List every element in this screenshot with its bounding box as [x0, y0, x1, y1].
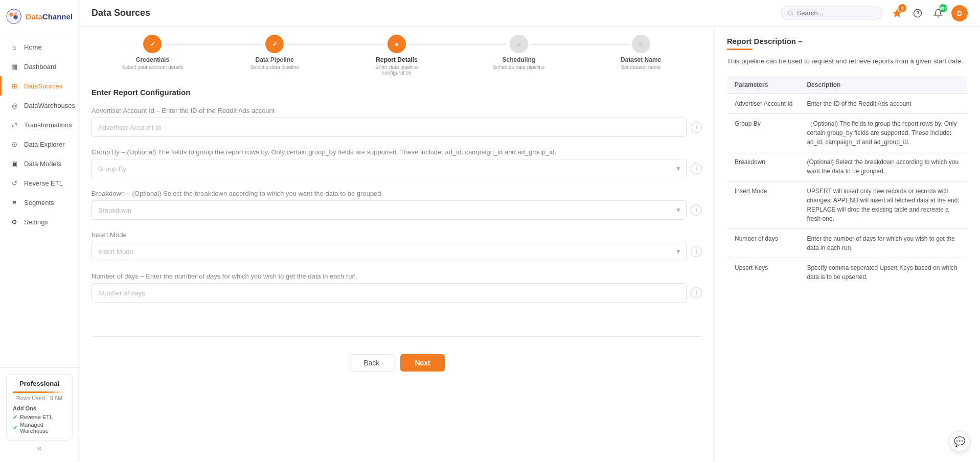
desc-cell: Specify comma seperated Upsert Keys base…: [800, 258, 967, 287]
label-main: Advertiser Account Id: [92, 107, 154, 114]
sidebar-item-dashboard[interactable]: ▦ Dashboard: [0, 57, 79, 76]
sidebar-item-settings[interactable]: ⚙ Settings: [0, 212, 79, 232]
search-bar[interactable]: [781, 6, 883, 20]
notification-badge: 4: [898, 4, 906, 12]
desc-cell: (Optional) Select the breakdown accordin…: [800, 152, 967, 181]
step-sub-report-details: Enter data pipeline configuration: [366, 64, 427, 76]
sidebar-item-home[interactable]: ⌂ Home: [0, 37, 79, 57]
data-models-icon: ▣: [10, 159, 19, 168]
label-main: Number of days: [92, 272, 139, 280]
label-main: Group By: [92, 148, 120, 156]
step-circle-scheduling: ○: [510, 35, 528, 53]
step-report-details: ● Report Details Enter data pipeline con…: [336, 35, 458, 76]
param-cell: Group By: [727, 113, 800, 152]
sidebar-item-datawarehouses[interactable]: ◎ DataWarehouses: [0, 96, 79, 115]
step-sub-dataset-name: Set dataset name: [621, 64, 660, 70]
addon-item-reverse-etl: ✔ Reverse ETL: [13, 413, 66, 421]
top-header: Data Sources 4 99+ D: [79, 0, 980, 27]
search-icon: [787, 10, 794, 17]
sidebar-item-reverse-etl[interactable]: ↺ Reverse ETL: [0, 173, 79, 193]
content-area: ✓ Credentials Select your account detail…: [79, 27, 980, 462]
logo-icon: [6, 7, 21, 26]
sidebar-item-label: Data Models: [24, 160, 61, 168]
number-of-days-info-icon[interactable]: i: [691, 287, 702, 298]
addon-label: Reverse ETL: [20, 414, 53, 420]
main-area: Data Sources 4 99+ D: [79, 0, 980, 462]
input-row-insert-mode: Insert Mode UPSERT APPEND REPLACE ▼ i: [92, 242, 702, 261]
report-desc-underline: [727, 49, 753, 50]
back-button[interactable]: Back: [349, 354, 394, 372]
sidebar-item-label: Segments: [24, 199, 54, 206]
star-notifications-button[interactable]: 4: [890, 6, 904, 20]
param-cell: Breakdown: [727, 152, 800, 181]
sidebar-item-data-explorer[interactable]: ⊙ Data Explorer: [0, 134, 79, 154]
table-row: Advertiser Account IdEnter the ID of the…: [727, 94, 968, 113]
reverse-etl-icon: ↺: [10, 178, 19, 188]
datawarehouses-icon: ◎: [10, 101, 19, 110]
step-sub-credentials: Select your account details: [122, 64, 184, 70]
page-title: Data Sources: [92, 8, 150, 18]
advertiser-account-id-input[interactable]: [92, 118, 687, 137]
desc-cell: Enter the ID of the Reddit Ads account: [800, 94, 967, 113]
svg-point-2: [13, 15, 17, 19]
insert-mode-info-icon[interactable]: i: [691, 246, 702, 257]
input-row-advertiser: i: [92, 118, 702, 137]
form-section: Enter Report Configuration Advertiser Ac…: [92, 88, 702, 324]
form-section-title: Enter Report Configuration: [92, 88, 702, 97]
help-button[interactable]: [910, 6, 925, 20]
step-label-credentials: Credentials: [136, 56, 169, 63]
sidebar-item-label: Settings: [24, 218, 48, 226]
plan-addons: Add Ons ✔ Reverse ETL ✔ Managed Warehous…: [13, 405, 66, 434]
sidebar-item-label: Transformations: [24, 121, 72, 129]
segments-icon: ≡: [10, 198, 19, 207]
sidebar-item-transformations[interactable]: ⇄ Transformations: [0, 115, 79, 134]
step-data-pipeline: ✓ Data Pipeline Select a data pipeline: [214, 35, 336, 70]
step-circle-dataset-name: ○: [632, 35, 650, 53]
form-divider: [92, 336, 702, 337]
breakdown-select[interactable]: Breakdown: [92, 200, 687, 220]
param-cell: Insert Mode: [727, 181, 800, 228]
step-label-data-pipeline: Data Pipeline: [256, 56, 294, 63]
main-form-content: ✓ Credentials Select your account detail…: [79, 27, 714, 462]
table-row: Upsert KeysSpecify comma seperated Upser…: [727, 258, 968, 287]
breakdown-info-icon[interactable]: i: [691, 204, 702, 216]
chat-button[interactable]: 💬: [949, 431, 970, 452]
table-row: Insert ModeUPSERT will insert only new r…: [727, 181, 968, 228]
collapse-button[interactable]: «: [6, 441, 73, 456]
next-button[interactable]: Next: [400, 354, 444, 372]
field-label-advertiser-account-id: Advertiser Account Id – Enter the ID of …: [92, 107, 702, 114]
transformations-icon: ⇄: [10, 120, 19, 129]
sidebar-item-data-models[interactable]: ▣ Data Models: [0, 154, 79, 173]
sidebar-item-label: Home: [24, 43, 42, 51]
svg-point-4: [788, 11, 792, 15]
step-label-dataset-name: Dataset Name: [621, 56, 661, 63]
step-sub-scheduling: Schedule data pipeline: [493, 64, 544, 70]
insert-mode-select[interactable]: Insert Mode UPSERT APPEND REPLACE: [92, 242, 687, 261]
field-group-breakdown: Breakdown – (Optional) Select the breakd…: [92, 190, 702, 220]
logo-text: DataChannel: [26, 12, 73, 21]
search-input[interactable]: [797, 9, 876, 17]
svg-line-5: [792, 14, 793, 15]
avatar[interactable]: D: [951, 5, 968, 21]
number-of-days-input[interactable]: [92, 283, 687, 303]
sidebar-item-segments[interactable]: ≡ Segments: [0, 193, 79, 212]
param-cell: Number of days: [727, 228, 800, 258]
plan-box: Professional Rows Used - 8.6M Add Ons ✔ …: [6, 374, 73, 441]
group-by-info-icon[interactable]: i: [691, 163, 702, 174]
group-by-select[interactable]: Group By ad_id campaign_id ad_group_id: [92, 159, 687, 178]
check-icon: ✔: [13, 424, 18, 431]
label-suffix: – Enter the number of days for which you…: [139, 272, 358, 280]
bell-button[interactable]: 99+: [931, 6, 945, 20]
field-label-breakdown: Breakdown – (Optional) Select the breakd…: [92, 190, 702, 197]
logo[interactable]: DataChannel: [0, 0, 79, 33]
plan-addons-title: Add Ons: [13, 405, 66, 411]
sidebar-bottom: Professional Rows Used - 8.6M Add Ons ✔ …: [0, 367, 79, 462]
step-label-report-details: Report Details: [376, 56, 417, 63]
sidebar-item-label: Reverse ETL: [24, 179, 63, 187]
action-buttons: Back Next: [92, 349, 702, 377]
data-explorer-icon: ⊙: [10, 140, 19, 149]
field-label-group-by: Group By – (Optional) The fields to grou…: [92, 148, 702, 156]
advertiser-info-icon[interactable]: i: [691, 122, 702, 133]
label-suffix: – (Optional) The fields to group the rep…: [120, 148, 556, 156]
sidebar-item-datasources[interactable]: ⊞ DataSources: [0, 76, 79, 96]
